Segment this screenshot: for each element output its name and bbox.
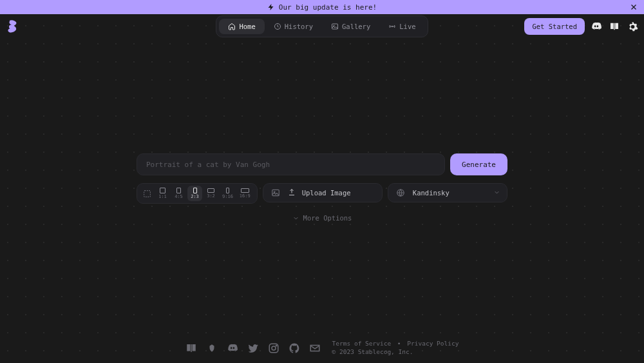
- options-row: 1:14:52:33:29:1616:9 Upload Image Kandin…: [137, 183, 507, 204]
- upload-icon: [288, 188, 296, 197]
- github-icon[interactable]: [289, 342, 300, 354]
- instagram-icon[interactable]: [268, 342, 279, 354]
- aspect-icon: [141, 186, 153, 201]
- model-selected-label: Kandinsky: [413, 189, 450, 197]
- svg-point-3: [392, 26, 393, 27]
- aspect-4-5[interactable]: 4:5: [171, 186, 186, 201]
- more-options-label: More Options: [303, 214, 352, 222]
- nav-history-label: History: [285, 23, 313, 30]
- guide-icon[interactable]: [185, 342, 197, 354]
- image-icon: [270, 188, 281, 197]
- svg-rect-4: [144, 190, 150, 197]
- footer: Terms of Service • Privacy Policy © 2023…: [0, 340, 644, 357]
- footer-text: Terms of Service • Privacy Policy © 2023…: [332, 340, 459, 357]
- guide-icon[interactable]: [608, 20, 621, 33]
- generate-button[interactable]: Generate: [450, 153, 507, 175]
- nav-history[interactable]: History: [265, 19, 322, 34]
- nav-gallery-label: Gallery: [342, 23, 370, 30]
- email-icon[interactable]: [309, 342, 321, 354]
- topbar-right: Get Started: [524, 18, 639, 35]
- terms-link[interactable]: Terms of Service: [332, 340, 392, 347]
- prompt-row: Generate: [137, 153, 507, 175]
- aspect-label: 9:16: [222, 194, 233, 199]
- aspect-shape-icon: [160, 188, 166, 193]
- upload-image-button[interactable]: Upload Image: [263, 183, 383, 202]
- aspect-3-2[interactable]: 3:2: [204, 186, 218, 201]
- blog-icon[interactable]: [206, 342, 218, 354]
- svg-point-9: [272, 346, 276, 350]
- aspect-1-1[interactable]: 1:1: [155, 186, 170, 201]
- banner-text: Our big update is here!: [279, 3, 377, 12]
- nav-home[interactable]: Home: [219, 19, 264, 34]
- privacy-link[interactable]: Privacy Policy: [407, 340, 459, 347]
- aspect-2-3[interactable]: 2:3: [187, 186, 202, 201]
- aspect-shape-icon: [241, 188, 249, 193]
- nav-live[interactable]: Live: [379, 19, 424, 34]
- nav-home-label: Home: [239, 23, 255, 30]
- aspect-ratio-group: 1:14:52:33:29:1616:9: [137, 183, 258, 204]
- aspect-label: 16:9: [240, 193, 251, 199]
- aspect-shape-icon: [207, 188, 214, 193]
- nav-live-label: Live: [399, 23, 415, 30]
- aspect-label: 4:5: [175, 194, 183, 199]
- aspect-shape-icon: [176, 188, 181, 193]
- aspect-label: 1:1: [158, 194, 167, 199]
- discord-icon[interactable]: [590, 20, 603, 33]
- announcement-banner[interactable]: Our big update is here!: [0, 0, 644, 14]
- aspect-16-9[interactable]: 16:9: [237, 186, 253, 201]
- upload-label: Upload Image: [302, 189, 351, 197]
- logo[interactable]: [6, 19, 19, 34]
- close-icon[interactable]: [629, 2, 639, 12]
- twitter-icon[interactable]: [247, 342, 259, 354]
- footer-icons: [185, 342, 321, 354]
- aspect-9-16[interactable]: 9:16: [220, 186, 236, 201]
- aspect-shape-icon: [226, 188, 229, 193]
- model-select[interactable]: Kandinsky: [388, 183, 507, 202]
- main-nav: Home History Gallery Live: [216, 15, 428, 37]
- aspect-label: 3:2: [207, 193, 215, 199]
- copyright-text: © 2023 Stablecog, Inc.: [332, 348, 459, 357]
- main-panel: Generate 1:14:52:33:29:1616:9 Upload Ima…: [137, 153, 507, 222]
- footer-separator: •: [397, 340, 401, 347]
- aspect-label: 2:3: [191, 194, 199, 199]
- prompt-input[interactable]: [137, 153, 445, 175]
- bolt-icon: [267, 3, 275, 11]
- topbar: Home History Gallery Live Get Started: [0, 14, 644, 39]
- chevron-down-icon: [493, 189, 500, 197]
- get-started-button[interactable]: Get Started: [524, 18, 585, 35]
- gear-icon[interactable]: [626, 20, 639, 33]
- model-icon: [395, 188, 406, 197]
- aspect-shape-icon: [193, 188, 197, 193]
- svg-point-10: [276, 345, 277, 346]
- discord-icon[interactable]: [227, 342, 238, 354]
- nav-gallery[interactable]: Gallery: [322, 19, 379, 34]
- more-options-toggle[interactable]: More Options: [137, 214, 507, 222]
